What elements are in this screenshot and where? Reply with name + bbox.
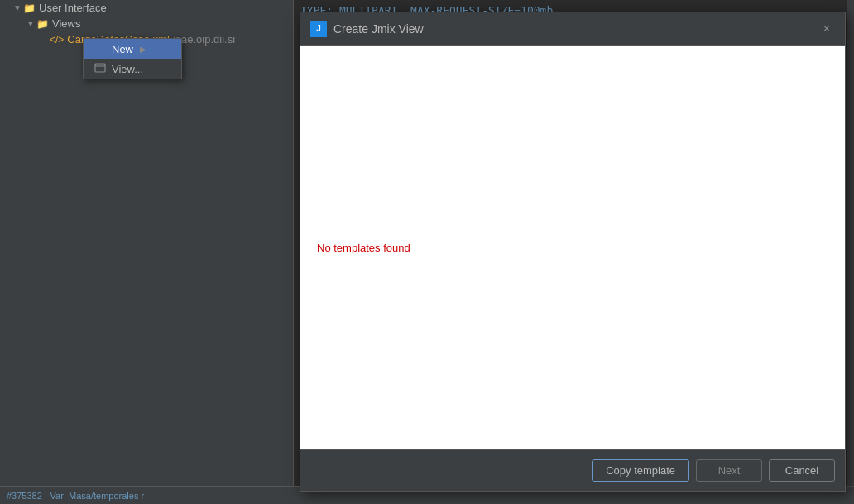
cancel-button[interactable]: Cancel xyxy=(769,459,835,482)
no-templates-message: No templates found xyxy=(317,242,410,254)
modal-overlay: J Create Jmix View × No templates found … xyxy=(0,0,854,504)
modal-body: No templates found xyxy=(300,46,845,449)
modal-title-text: Create Jmix View xyxy=(333,22,424,36)
modal-close-button[interactable]: × xyxy=(818,21,835,37)
modal-header: J Create Jmix View × xyxy=(300,12,845,46)
modal-create-jmix-view: J Create Jmix View × No templates found … xyxy=(300,12,846,492)
modal-title: J Create Jmix View xyxy=(310,21,424,37)
copy-template-button[interactable]: Copy template xyxy=(592,459,689,482)
modal-footer: Copy template Next Cancel xyxy=(300,449,845,491)
next-button[interactable]: Next xyxy=(696,459,762,482)
jmix-icon: J xyxy=(310,21,327,37)
